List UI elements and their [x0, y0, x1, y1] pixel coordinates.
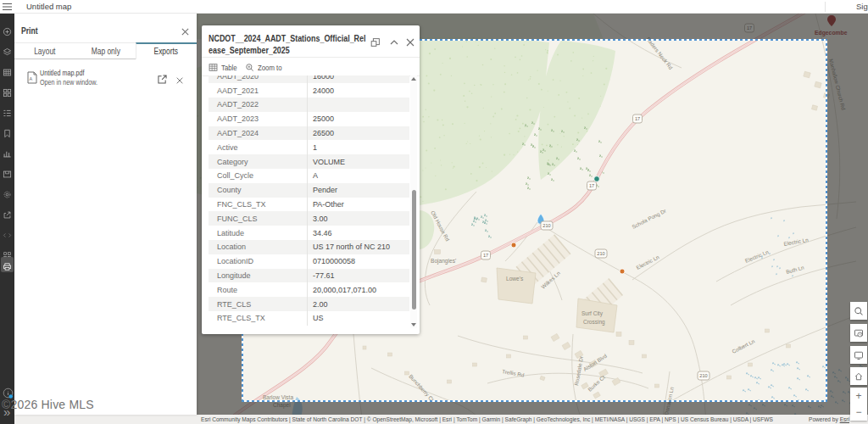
svg-text:Surf City: Surf City: [581, 310, 604, 317]
svg-text:Lowe's: Lowe's: [506, 276, 524, 282]
svg-text:210: 210: [699, 373, 707, 378]
svg-text:Crossing: Crossing: [583, 319, 605, 326]
svg-text:17: 17: [589, 183, 594, 188]
svg-text:210: 210: [597, 251, 604, 256]
svg-text:A: A: [30, 76, 33, 81]
svg-text:210: 210: [542, 223, 550, 228]
svg-text:Barlow Vista: Barlow Vista: [263, 394, 293, 400]
svg-text:17: 17: [635, 116, 640, 121]
svg-text:17: 17: [483, 253, 488, 258]
svg-text:Bojangles': Bojangles': [431, 258, 456, 265]
